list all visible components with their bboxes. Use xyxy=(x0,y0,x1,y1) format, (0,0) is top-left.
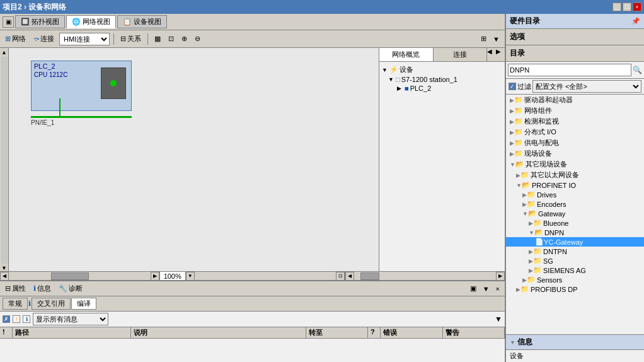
bottom-toolbar: ⊟ 属性 ℹ 信息 🔧 诊断 ▣ ▼ × xyxy=(0,281,505,296)
fit-btn[interactable]: ⊡ xyxy=(166,33,176,44)
network-icon: 🌐 xyxy=(72,18,81,26)
folder-icon: 📁 xyxy=(527,190,536,199)
plc-icon: ■ xyxy=(405,85,409,92)
folder-icon: 📂 xyxy=(522,181,531,189)
warning-filter-checkbox[interactable]: ! xyxy=(13,315,20,323)
tree-devices[interactable]: ▼ ⚡ 设备 xyxy=(379,64,505,75)
properties-btn[interactable]: ⊟ 属性 xyxy=(3,283,28,295)
bottom-right-btns: ▣ ▼ × xyxy=(468,283,502,294)
cat-profinet[interactable]: ▼ 📂 PROFINET IO xyxy=(506,180,644,190)
cat-drives[interactable]: ▶ 📁 Drives xyxy=(506,190,644,199)
crossref-tab[interactable]: 交叉引用 xyxy=(32,298,71,310)
panel-right-btn[interactable]: ▶ xyxy=(496,48,505,61)
col-q: ? xyxy=(368,327,381,338)
cat-drivers[interactable]: ▶ 📁 驱动器和起动器 xyxy=(506,95,644,105)
connection-tab[interactable]: 连接 xyxy=(434,48,488,61)
folder-icon: 📁 xyxy=(514,128,523,136)
cat-blueone[interactable]: ▶ 📁 Blueone xyxy=(506,218,644,228)
relations-btn[interactable]: ⊟ 关系 xyxy=(118,33,144,45)
scroll-right2-btn[interactable]: ▶ xyxy=(496,272,505,281)
scroll-left-btn[interactable]: ◀ xyxy=(0,272,9,281)
cat-other-field[interactable]: ▼ 📂 其它现场设备 xyxy=(506,159,644,170)
catalog-search-input[interactable] xyxy=(508,64,631,76)
catalog-pin-icon[interactable]: 📌 xyxy=(631,17,640,25)
bottom-expand-btn[interactable]: ▣ xyxy=(468,283,479,294)
panel-left-btn[interactable]: ◀ xyxy=(487,48,496,61)
plc-expand-icon: ▶ xyxy=(397,85,403,91)
hmi-select[interactable]: HMI连接 xyxy=(59,33,110,45)
network-canvas[interactable]: PLC_2 CPU 1212C PN/IE_1 xyxy=(9,48,379,271)
compile-tab[interactable]: 编译 xyxy=(71,298,96,310)
vscroll-track xyxy=(1,57,8,264)
zoom-btn2[interactable]: ⊖ xyxy=(192,33,203,44)
tree-station[interactable]: ▼ □ S7-1200 station_1 xyxy=(379,75,505,84)
folder-icon: 📂 xyxy=(515,160,524,168)
grid-btn[interactable]: ▦ xyxy=(152,33,163,44)
cat-detect[interactable]: ▶ 📁 检测和监视 xyxy=(506,116,644,127)
cat-network[interactable]: ▶ 📁 网络组件 xyxy=(506,105,644,116)
right-toolbar: ⊞ ▼ xyxy=(478,33,502,44)
cat-profibus[interactable]: ▶ 📁 PROFIBUS DP xyxy=(506,284,644,294)
panel-toggle[interactable]: ▣ xyxy=(3,16,14,28)
station-expand-icon: ▼ xyxy=(388,76,394,83)
restore-button[interactable]: □ xyxy=(623,3,631,11)
filter-checkbox[interactable]: ✓ xyxy=(509,83,516,90)
general-tab[interactable]: 常规 xyxy=(3,298,28,310)
folder-icon: 📁 xyxy=(527,276,536,284)
bottom-collapse-btn[interactable]: ▼ xyxy=(480,283,492,294)
zoom-level: 100% xyxy=(159,271,186,281)
close-button[interactable]: × xyxy=(633,3,641,11)
zoom-track xyxy=(195,272,336,281)
cat-sensors[interactable]: ▶ 📁 Sensors xyxy=(506,275,644,284)
cat-dnpn[interactable]: ▼ 📂 DNPN xyxy=(506,228,644,237)
diagnostics-btn[interactable]: 🔧 诊断 xyxy=(56,283,85,295)
minimize-button[interactable]: _ xyxy=(612,3,621,11)
info-btn[interactable]: ℹ 信息 xyxy=(31,283,54,295)
cat-gateway[interactable]: ▼ 📂 Gateway xyxy=(506,209,644,218)
cat-expand-icon: ▶ xyxy=(529,220,533,226)
network-tab[interactable]: 🌐 网络视图 xyxy=(66,15,116,28)
scroll-thumb-left[interactable] xyxy=(51,272,89,280)
bottom-panel: ⊟ 属性 ℹ 信息 🔧 诊断 ▣ ▼ × 常规 ℹ xyxy=(0,280,505,362)
zoom-down-btn[interactable]: ▼ xyxy=(186,272,195,281)
folder-icon: 📁 xyxy=(520,285,529,293)
config-select[interactable]: 配置文件 <全部> xyxy=(532,80,641,93)
fit-view-btn[interactable]: ⊡ xyxy=(336,272,345,281)
cat-dntpn[interactable]: ▶ 📁 DNTPN xyxy=(506,247,644,256)
cat-power[interactable]: ▶ 📁 供电与配电 xyxy=(506,137,644,148)
catalog-filter: ✓ 过滤 配置文件 <全部> xyxy=(506,79,644,95)
device-tab[interactable]: 📋 设备视图 xyxy=(117,15,167,28)
collapse-btn[interactable]: ▼ xyxy=(490,33,502,44)
cat-field[interactable]: ▶ 📁 现场设备 xyxy=(506,148,644,159)
scroll-left2-btn[interactable]: ◀ xyxy=(345,272,354,281)
bottom-close-btn[interactable]: × xyxy=(493,283,502,294)
cat-expand-icon: ▶ xyxy=(516,172,520,178)
plc-device[interactable]: PLC_2 CPU 1212C xyxy=(31,61,132,111)
cat-siemens[interactable]: ▶ 📁 SIEMENS AG xyxy=(506,266,644,275)
network-btn[interactable]: ⊞ 网络 xyxy=(3,33,28,45)
topology-tab[interactable]: 🔲 拓扑视图 xyxy=(15,15,65,28)
zoom-btn1[interactable]: ⊕ xyxy=(179,33,190,44)
message-table-header: ! 路径 说明 转至 ? 错误 警告 xyxy=(0,327,505,339)
col-goto: 转至 xyxy=(306,327,369,338)
scroll-thumb-right[interactable] xyxy=(360,272,379,280)
cat-encoders[interactable]: ▶ 📁 Encoders xyxy=(506,199,644,209)
cat-other-eth[interactable]: ▶ 📁 其它以太网设备 xyxy=(506,170,644,180)
network-overview-tab[interactable]: 网络概览 xyxy=(379,48,434,61)
search-icon[interactable]: 🔍 xyxy=(633,66,642,74)
scroll-up-btn[interactable]: ▲ xyxy=(1,49,7,55)
info-filter-checkbox[interactable]: ℹ xyxy=(23,315,30,323)
window-controls[interactable]: _ □ × xyxy=(612,3,641,11)
scroll-down-btn[interactable]: ▼ xyxy=(1,265,7,271)
scroll-right-btn[interactable]: ▶ xyxy=(151,272,159,281)
expand-btn[interactable]: ⊞ xyxy=(478,33,489,44)
cat-yc-gateway[interactable]: 📄 YC-Gateway xyxy=(506,237,644,247)
error-filter-checkbox[interactable]: ✗ xyxy=(3,315,10,323)
tree-plc[interactable]: ▶ ■ PLC_2 xyxy=(379,84,505,93)
connection-btn[interactable]: ⤼ 连接 xyxy=(31,33,57,45)
sep1 xyxy=(113,33,114,45)
message-filter-select[interactable]: 显示所有消息 xyxy=(33,313,108,325)
cat-distributed[interactable]: ▶ 📁 分布式 I/O xyxy=(506,127,644,137)
filter-label: 过滤 xyxy=(517,82,531,91)
cat-sg[interactable]: ▶ 📁 SG xyxy=(506,256,644,266)
